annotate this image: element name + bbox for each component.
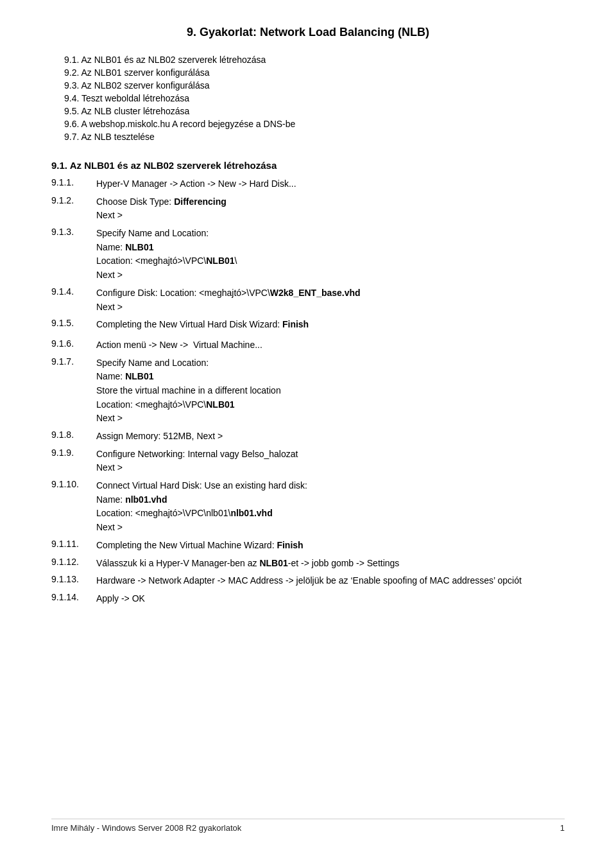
footer-right: 1 bbox=[560, 823, 565, 833]
step-9-1-1: 9.1.1. Hyper-V Manager -> Action -> New … bbox=[51, 177, 565, 191]
step-content-9-1-13: Hardware -> Network Adapter -> MAC Addre… bbox=[96, 574, 565, 588]
step-9-1-8: 9.1.8. Assign Memory: 512MB, Next > bbox=[51, 430, 565, 444]
step-content-9-1-11: Completing the New Virtual Machine Wizar… bbox=[96, 539, 565, 553]
step-content-9-1-10: Connect Virtual Hard Disk: Use an existi… bbox=[96, 479, 565, 535]
step-content-9-1-9: Configure Networking: Internal vagy Bels… bbox=[96, 448, 565, 475]
step-num-9-1-10: 9.1.10. bbox=[51, 479, 96, 535]
step-content-9-1-5: Completing the New Virtual Hard Disk Wiz… bbox=[96, 318, 565, 332]
footer-left: Imre Mihály - Windows Server 2008 R2 gya… bbox=[51, 823, 241, 833]
step-num-9-1-7: 9.1.7. bbox=[51, 356, 96, 426]
step-9-1-6: 9.1.6. Action menü -> New -> Virtual Mac… bbox=[51, 338, 565, 352]
toc-item-3: 9.3. Az NLB02 szerver konfigurálása bbox=[64, 80, 565, 91]
step-num-9-1-12: 9.1.12. bbox=[51, 557, 96, 571]
step-9-1-13: 9.1.13. Hardware -> Network Adapter -> M… bbox=[51, 574, 565, 588]
step-num-9-1-2: 9.1.2. bbox=[51, 195, 96, 223]
toc-section: 9.1. Az NLB01 és az NLB02 szerverek létr… bbox=[51, 55, 565, 142]
step-content-9-1-8: Assign Memory: 512MB, Next > bbox=[96, 430, 565, 444]
step-num-9-1-11: 9.1.11. bbox=[51, 539, 96, 553]
step-9-1-14: 9.1.14. Apply -> OK bbox=[51, 592, 565, 606]
step-num-9-1-13: 9.1.13. bbox=[51, 574, 96, 588]
step-num-9-1-8: 9.1.8. bbox=[51, 430, 96, 444]
step-9-1-5: 9.1.5. Completing the New Virtual Hard D… bbox=[51, 318, 565, 332]
step-num-9-1-3: 9.1.3. bbox=[51, 227, 96, 283]
page-title: 9. Gyakorlat: Network Load Balancing (NL… bbox=[51, 26, 565, 39]
step-9-1-9: 9.1.9. Configure Networking: Internal va… bbox=[51, 448, 565, 475]
step-content-9-1-2: Choose Disk Type: Differencing Next > bbox=[96, 195, 565, 223]
step-content-9-1-14: Apply -> OK bbox=[96, 592, 565, 606]
step-9-1-3: 9.1.3. Specify Name and Location: Name: … bbox=[51, 227, 565, 283]
step-content-9-1-7: Specify Name and Location: Name: NLB01 S… bbox=[96, 356, 565, 426]
step-9-1-10: 9.1.10. Connect Virtual Hard Disk: Use a… bbox=[51, 479, 565, 535]
step-num-9-1-14: 9.1.14. bbox=[51, 592, 96, 606]
step-9-1-4: 9.1.4. Configure Disk: Location: <meghaj… bbox=[51, 286, 565, 314]
step-content-9-1-3: Specify Name and Location: Name: NLB01 L… bbox=[96, 227, 565, 283]
step-9-1-11: 9.1.11. Completing the New Virtual Machi… bbox=[51, 539, 565, 553]
toc-item-1: 9.1. Az NLB01 és az NLB02 szerverek létr… bbox=[64, 55, 565, 65]
section-1-heading: 9.1. Az NLB01 és az NLB02 szerverek létr… bbox=[51, 160, 565, 171]
step-9-1-12: 9.1.12. Válasszuk ki a Hyper-V Manager-b… bbox=[51, 557, 565, 571]
step-num-9-1-4: 9.1.4. bbox=[51, 286, 96, 314]
step-content-9-1-6: Action menü -> New -> Virtual Machine... bbox=[96, 338, 565, 352]
toc-item-4: 9.4. Teszt weboldal létrehozása bbox=[64, 93, 565, 103]
step-num-9-1-6: 9.1.6. bbox=[51, 338, 96, 352]
step-num-9-1-1: 9.1.1. bbox=[51, 177, 96, 191]
toc-item-2: 9.2. Az NLB01 szerver konfigurálása bbox=[64, 67, 565, 78]
step-content-9-1-4: Configure Disk: Location: <meghajtó>\VPC… bbox=[96, 286, 565, 314]
toc-item-7: 9.7. Az NLB tesztelése bbox=[64, 132, 565, 142]
step-content-9-1-1: Hyper-V Manager -> Action -> New -> Hard… bbox=[96, 177, 565, 191]
step-content-9-1-12: Válasszuk ki a Hyper-V Manager-ben az NL… bbox=[96, 557, 565, 571]
step-num-9-1-9: 9.1.9. bbox=[51, 448, 96, 475]
step-9-1-2: 9.1.2. Choose Disk Type: Differencing Ne… bbox=[51, 195, 565, 223]
toc-item-6: 9.6. A webshop.miskolc.hu A record bejeg… bbox=[64, 119, 565, 129]
footer: Imre Mihály - Windows Server 2008 R2 gya… bbox=[51, 819, 565, 833]
step-num-9-1-5: 9.1.5. bbox=[51, 318, 96, 332]
step-9-1-7: 9.1.7. Specify Name and Location: Name: … bbox=[51, 356, 565, 426]
toc-item-5: 9.5. Az NLB cluster létrehozása bbox=[64, 106, 565, 116]
